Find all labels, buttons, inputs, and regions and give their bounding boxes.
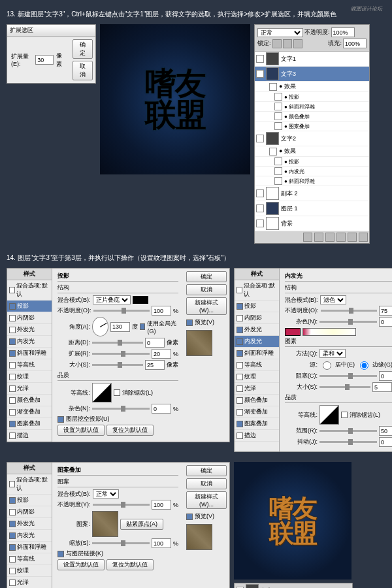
expand-input[interactable] <box>35 55 54 65</box>
newstyle-button[interactable]: 新建样式(W)... <box>186 491 227 509</box>
cancel-button[interactable]: 取消 <box>186 478 227 489</box>
eye-icon[interactable] <box>274 167 282 175</box>
style-item[interactable]: 光泽 <box>7 383 52 395</box>
style-item[interactable]: 内阴影 <box>235 312 279 324</box>
layer-item[interactable]: ● 图案叠加 <box>255 122 369 131</box>
layer-item[interactable]: 图层 1 <box>255 201 369 216</box>
layer-item[interactable]: 文字1 <box>255 52 369 67</box>
step-14-text: 14. 图层"文字3"至于第3层，并执行以下操作（设置纹理图案时，选择"石板"） <box>7 253 385 263</box>
color-swatch[interactable] <box>133 296 148 304</box>
angle-dial[interactable] <box>92 317 108 336</box>
style-item[interactable]: 投影 <box>7 495 52 506</box>
ok-button[interactable]: 确定 <box>186 271 227 282</box>
eye-icon[interactable] <box>269 148 277 155</box>
ok-button[interactable]: 确定 <box>186 465 227 476</box>
folder-icon[interactable] <box>325 233 335 242</box>
layer-item[interactable]: 副本 2 <box>255 186 369 201</box>
opacity-val[interactable] <box>152 306 171 316</box>
style-item[interactable]: 混合选项:默认 <box>7 280 52 301</box>
style-item[interactable]: 投影 <box>7 301 52 312</box>
style-item[interactable]: 纹理 <box>235 371 279 383</box>
style-item[interactable]: 光泽 <box>7 577 52 588</box>
style-item[interactable]: 混合选项:默认 <box>7 474 52 495</box>
layer-item[interactable]: ● 斜面和浮雕 <box>255 176 369 186</box>
style-item[interactable]: 斜面和浮雕 <box>7 542 52 553</box>
style-item[interactable]: 外发光 <box>235 324 279 336</box>
style-item[interactable]: 内发光 <box>7 530 52 542</box>
eye-icon[interactable] <box>256 70 264 78</box>
cancel-button[interactable]: 取消 <box>186 284 227 295</box>
style-item[interactable]: 等高线 <box>7 553 52 565</box>
fx-icon[interactable] <box>303 233 312 242</box>
mask-icon[interactable] <box>314 233 323 242</box>
preview-gold-text: 嗜友联盟 <box>269 496 316 546</box>
opacity-slider[interactable] <box>93 310 150 312</box>
style-item[interactable]: 投影 <box>235 301 279 312</box>
eye-icon[interactable] <box>256 55 264 63</box>
style-item[interactable]: 图案叠加 <box>235 418 279 430</box>
eye-icon[interactable] <box>274 177 282 185</box>
style-item[interactable]: 纹理 <box>7 565 52 577</box>
gradient-picker[interactable] <box>302 328 356 336</box>
eye-icon[interactable] <box>274 122 282 130</box>
layer-item[interactable]: ● 投影 <box>255 157 369 167</box>
blend-select[interactable]: 正片叠底 <box>93 295 131 304</box>
trash-icon[interactable] <box>359 233 368 242</box>
fill-input[interactable] <box>343 39 367 48</box>
layer-thumb <box>246 584 259 588</box>
layer-item[interactable]: ● 效果 <box>255 146 369 157</box>
style-item[interactable]: 混合选项:默认 <box>235 280 279 301</box>
layer-item[interactable]: ● 斜面和浮雕 <box>255 102 369 112</box>
style-item[interactable]: 纹理 <box>7 371 52 383</box>
layer-item[interactable]: 文字2 <box>255 131 369 146</box>
ok-button[interactable]: 确定 <box>73 39 93 59</box>
lock-icon[interactable] <box>272 39 282 48</box>
style-item[interactable]: 描边 <box>7 430 52 442</box>
style-item[interactable]: 渐变叠加 <box>7 406 52 418</box>
style-item[interactable]: 图案叠加 <box>7 418 52 430</box>
preview-swatch <box>186 524 212 550</box>
layer-item[interactable]: ● 内发光 <box>255 167 369 176</box>
eye-icon[interactable] <box>274 103 282 110</box>
style-item[interactable]: 描边 <box>235 430 279 442</box>
eye-icon[interactable] <box>256 189 264 197</box>
eye-icon[interactable] <box>256 204 264 212</box>
layer-item[interactable]: 背景 <box>255 216 369 231</box>
style-item[interactable]: 斜面和浮雕 <box>235 348 279 359</box>
style-item[interactable]: 等高线 <box>235 359 279 371</box>
style-item[interactable]: 外发光 <box>7 324 52 336</box>
style-item[interactable]: 内发光 <box>235 336 279 348</box>
eye-icon[interactable] <box>269 83 277 91</box>
eye-icon[interactable] <box>256 220 264 227</box>
lock-icon[interactable] <box>283 39 292 48</box>
eye-icon[interactable] <box>256 135 264 142</box>
eye-icon[interactable] <box>274 157 282 165</box>
eye-icon[interactable] <box>274 112 282 120</box>
opacity-input[interactable] <box>331 27 355 37</box>
adjust-icon[interactable] <box>336 233 346 242</box>
blend-mode[interactable]: 正常 <box>257 28 303 37</box>
layer-item[interactable]: ● 效果 <box>255 82 369 92</box>
style-item[interactable]: 内发光 <box>7 336 52 348</box>
style-item[interactable]: 斜面和浮雕 <box>7 348 52 359</box>
eye-icon[interactable] <box>274 93 282 101</box>
contour-picker[interactable] <box>92 383 112 402</box>
style-item[interactable]: 内阴影 <box>7 312 52 324</box>
style-item[interactable]: 渐变叠加 <box>235 406 279 418</box>
cancel-button[interactable]: 取消 <box>73 61 93 80</box>
lock-icon[interactable] <box>293 39 302 48</box>
style-item[interactable]: 颜色叠加 <box>235 395 279 406</box>
preview-swatch <box>186 330 212 356</box>
newstyle-button[interactable]: 新建样式(W)... <box>186 297 227 315</box>
layer-item[interactable]: ● 颜色叠加 <box>255 112 369 122</box>
layer-item[interactable]: 文字3 <box>255 67 369 82</box>
layer-item[interactable]: ● 投影 <box>255 92 369 102</box>
style-item[interactable]: 等高线 <box>7 359 52 371</box>
style-item[interactable]: 光泽 <box>235 383 279 395</box>
style-item[interactable]: 外发光 <box>7 518 52 530</box>
pattern-picker[interactable] <box>92 511 118 537</box>
style-item[interactable]: 内阴影 <box>7 506 52 518</box>
new-icon[interactable] <box>348 233 357 242</box>
layerstyle-shadow: 样式混合选项:默认投影内阴影外发光内发光斜面和浮雕等高线纹理光泽颜色叠加渐变叠加… <box>7 268 230 442</box>
style-item[interactable]: 颜色叠加 <box>7 395 52 406</box>
